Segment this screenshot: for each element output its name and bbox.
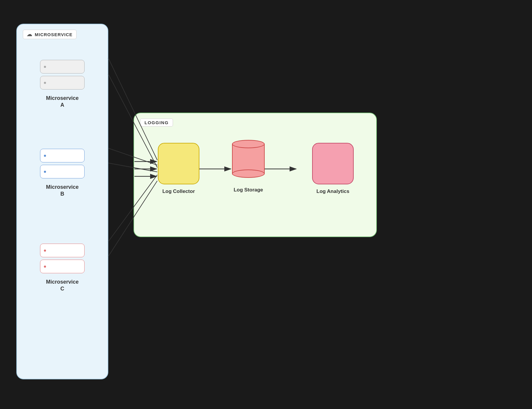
microservice-a-group: MicroserviceA xyxy=(40,60,85,109)
logging-container: LOGGING Log Collector Log Storage Log An… xyxy=(134,113,377,237)
microservice-a-box-1 xyxy=(40,60,85,74)
microservice-c-box-2 xyxy=(40,260,85,273)
db-body xyxy=(232,144,265,174)
log-storage-label: Log Storage xyxy=(234,187,263,193)
microservice-a-dot-2 xyxy=(44,82,46,84)
microservice-a-box-2 xyxy=(40,76,85,90)
microservice-b-box-1 xyxy=(40,149,85,162)
log-collector-label: Log Collector xyxy=(162,188,195,194)
db-top xyxy=(232,140,265,148)
microservice-a-label: MicroserviceA xyxy=(46,95,79,109)
log-storage-group: Log Storage xyxy=(232,140,265,193)
microservice-c-dot-2 xyxy=(44,266,46,268)
microservice-c-group: MicroserviceC xyxy=(40,244,85,293)
microservice-b-label: MicroserviceB xyxy=(46,184,79,198)
microservice-container-label: ☁ MICROSERVICE xyxy=(23,30,77,39)
canvas: ☁ MICROSERVICE MicroserviceA Microservic… xyxy=(0,0,532,409)
log-analytics-group: Log Analytics xyxy=(312,143,354,194)
logging-label: LOGGING xyxy=(140,119,173,127)
microservice-a-dot-1 xyxy=(44,66,46,68)
log-storage-cylinder xyxy=(232,140,265,183)
microservice-b-dot-2 xyxy=(44,171,46,173)
microservice-c-dot-1 xyxy=(44,250,46,252)
microservice-c-label: MicroserviceC xyxy=(46,279,79,293)
microservice-b-box-2 xyxy=(40,165,85,178)
microservice-b-group: MicroserviceB xyxy=(40,149,85,198)
log-collector-box xyxy=(158,143,199,184)
microservice-label-text: MICROSERVICE xyxy=(35,32,73,37)
db-bottom xyxy=(232,170,265,178)
cloud-icon: ☁ xyxy=(27,31,32,38)
log-collector-group: Log Collector xyxy=(158,143,199,194)
microservice-container: ☁ MICROSERVICE MicroserviceA Microservic… xyxy=(16,24,108,379)
microservice-c-box-1 xyxy=(40,244,85,257)
microservice-b-dot-1 xyxy=(44,155,46,157)
log-analytics-box xyxy=(312,143,354,184)
log-analytics-label: Log Analytics xyxy=(317,188,350,194)
